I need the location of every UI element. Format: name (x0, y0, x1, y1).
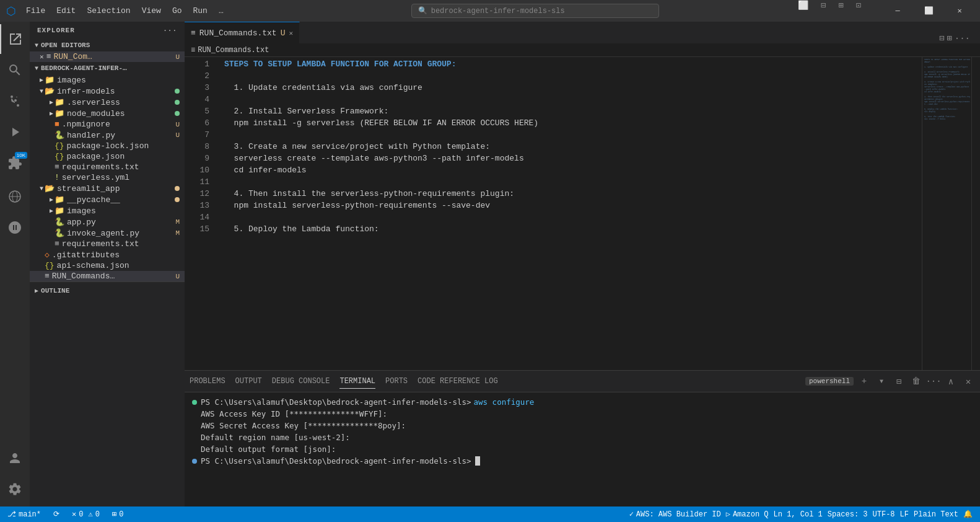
workspace-section[interactable]: ▼ BEDROCK-AGENT-INFER-… (30, 62, 185, 74)
more-actions-icon[interactable]: ⊞ (947, 33, 952, 43)
file-serverless-yml-label: serverless.yml (62, 173, 129, 182)
menu-run[interactable]: Run (188, 4, 212, 18)
file-invoke-agent-py[interactable]: 🐍 invoke_agent.py M (30, 228, 185, 239)
new-terminal-button[interactable]: + (857, 374, 871, 388)
activity-explorer[interactable] (0, 24, 30, 54)
panel-tab-code-ref[interactable]: CODE REFERENCE LOG (418, 374, 498, 389)
title-bar: ⬡ File Edit Selection View Go Run … 🔍 be… (0, 0, 980, 22)
activity-source-control[interactable] (0, 86, 30, 116)
file-requirements-txt-streamlit[interactable]: ≡ requirements.txt (30, 239, 185, 249)
folder-images-streamlit[interactable]: ▶ 📁 images (30, 205, 185, 216)
terminal-dropdown-icon[interactable]: ▼ (875, 374, 888, 388)
open-editor-file[interactable]: ✕ ≡ RUN_Com… U (30, 51, 185, 62)
minimize-button[interactable]: ─ (883, 0, 912, 22)
file-git-icon: ◇ (45, 250, 50, 260)
editor-tab-run-commands[interactable]: ≡ RUN_Commands.txt U ✕ (185, 22, 300, 43)
menu-view[interactable]: View (137, 4, 166, 18)
menu-file[interactable]: File (21, 4, 50, 18)
split-terminal-icon[interactable]: ⊟ (892, 374, 906, 388)
panel-close-icon[interactable]: ✕ (961, 374, 975, 388)
status-notifications[interactable]: 🔔 (961, 510, 975, 519)
open-editors-section[interactable]: ▼ OPEN EDITORS (30, 39, 185, 51)
split-editor-icon[interactable]: ⊟ (939, 33, 944, 43)
layout-icon-3[interactable]: ⊞ (833, 0, 848, 22)
search-bar[interactable]: 🔍 bedrock-agent-infer-models-sls (411, 4, 659, 18)
file-package-lock-json[interactable]: {} package-lock.json (30, 141, 185, 151)
status-language[interactable]: Plain Text (911, 510, 961, 519)
layout-icon-4[interactable]: ⊡ (851, 0, 866, 22)
file-package-json[interactable]: {} package.json (30, 151, 185, 162)
folder-infer-models-label: infer-models (57, 87, 115, 96)
menu-more[interactable]: … (214, 4, 229, 18)
status-sync[interactable]: ⟳ (51, 507, 62, 522)
panel-tab-ports[interactable]: PORTS (385, 374, 408, 389)
chevron-down-icon: ▼ (40, 88, 43, 95)
maximize-button[interactable]: ⬜ (914, 0, 943, 22)
panel-tab-terminal[interactable]: TERMINAL (339, 374, 375, 389)
file-run-commands[interactable]: ≡ RUN_Commands… U (30, 271, 185, 281)
menu-selection[interactable]: Selection (82, 4, 135, 18)
file-npmignore[interactable]: ■ .npmignore U (30, 119, 185, 130)
folder-images[interactable]: ▶ 📁 images (30, 74, 185, 86)
file-app-py[interactable]: 🐍 app.py M (30, 216, 185, 228)
activity-amazon-q[interactable] (0, 213, 30, 242)
code-editor[interactable]: STEPS TO SETUP LAMBDA FUNCTION FOR ACTIO… (214, 57, 922, 370)
panel-tab-output[interactable]: OUTPUT (235, 374, 262, 389)
editor-scrollbar[interactable] (971, 57, 980, 370)
layout-icon-2[interactable]: ⊟ (816, 0, 831, 22)
folder-images-streamlit-icon: 📁 (55, 206, 64, 216)
file-requirements-txt-infer[interactable]: ≡ requirements.txt (30, 162, 185, 172)
status-encoding[interactable]: UTF-8 (870, 510, 898, 519)
window-controls: ⬜ ⊟ ⊞ ⊡ ─ ⬜ ✕ (793, 0, 974, 22)
activity-settings[interactable] (0, 474, 30, 504)
status-aws[interactable]: ✓ AWS: AWS Builder ID (627, 510, 724, 519)
menu-go[interactable]: Go (167, 4, 187, 18)
activity-remote[interactable] (0, 182, 30, 211)
folder-serverless[interactable]: ▶ 📁 .serverless (30, 97, 185, 108)
layout-icon-1[interactable]: ⬜ (793, 0, 813, 22)
status-spaces[interactable]: Spaces: 3 (825, 510, 870, 519)
activity-search[interactable] (0, 55, 30, 85)
tab-more-icon[interactable]: ··· (955, 33, 970, 43)
kill-terminal-icon[interactable]: 🗑 (909, 374, 923, 388)
close-button[interactable]: ✕ (945, 0, 974, 22)
outline-header[interactable]: ▶ OUTLINE (30, 285, 185, 297)
folder-streamlit-app[interactable]: ▼ 📂 streamlit_app (30, 183, 185, 194)
sidebar-title: EXPLORER (37, 27, 75, 34)
file-api-label: api-schema.json (57, 261, 129, 270)
status-line-col[interactable]: Ln 1, Col 1 (771, 510, 825, 519)
file-handler-py[interactable]: 🐍 handler.py U (30, 130, 185, 141)
file-api-schema-json[interactable]: {} api-schema.json (30, 260, 185, 271)
status-errors[interactable]: ✕ 0 ⚠ 0 (69, 507, 102, 522)
sidebar-more-icon[interactable]: ··· (163, 27, 177, 34)
menu-edit[interactable]: Edit (51, 4, 81, 18)
close-file-icon[interactable]: ✕ (40, 53, 44, 61)
panel-tab-debug[interactable]: DEBUG CONSOLE (272, 374, 330, 389)
file-gitattributes[interactable]: ◇ .gitattributes (30, 249, 185, 260)
activity-extensions[interactable]: 10K (0, 148, 30, 178)
breadcrumb-text[interactable]: RUN_Commands.txt (198, 46, 269, 55)
panel-tab-problems[interactable]: PROBLEMS (190, 374, 225, 389)
status-info[interactable]: ⊞ 0 (110, 507, 126, 522)
file-run-icon: ≡ (45, 272, 50, 281)
terminal-content[interactable]: PS C:\Users\alamuf\Desktop\bedrock-agent… (185, 392, 980, 507)
terminal-output-3: Default region name [us-west-2]: (201, 431, 350, 443)
file-serverless-yml[interactable]: ! serverless.yml (30, 172, 185, 183)
terminal-more-icon[interactable]: ··· (927, 374, 940, 388)
status-eol[interactable]: LF (898, 510, 911, 519)
folder-pycache[interactable]: ▶ 📁 __pycache__ (30, 194, 185, 205)
status-branch[interactable]: ⎇ main* (5, 507, 43, 522)
panel-collapse-icon[interactable]: ∧ (944, 374, 958, 388)
code-line-4 (224, 94, 922, 105)
streamlit-dot (175, 186, 180, 191)
code-line-5: 2. Install Serverless Framework: (224, 105, 922, 117)
code-line-10: cd infer-models (224, 164, 922, 176)
tab-close-icon[interactable]: ✕ (289, 29, 293, 37)
extensions-badge: 10K (15, 152, 27, 159)
workspace-label: BEDROCK-AGENT-INFER-… (41, 64, 127, 72)
status-amazon-q[interactable]: ▷ Amazon Q (724, 510, 771, 519)
folder-node-modules[interactable]: ▶ 📁 node_modules (30, 108, 185, 119)
activity-run-debug[interactable] (0, 117, 30, 147)
folder-infer-models[interactable]: ▼ 📂 infer-models (30, 86, 185, 97)
activity-account[interactable] (0, 443, 30, 473)
